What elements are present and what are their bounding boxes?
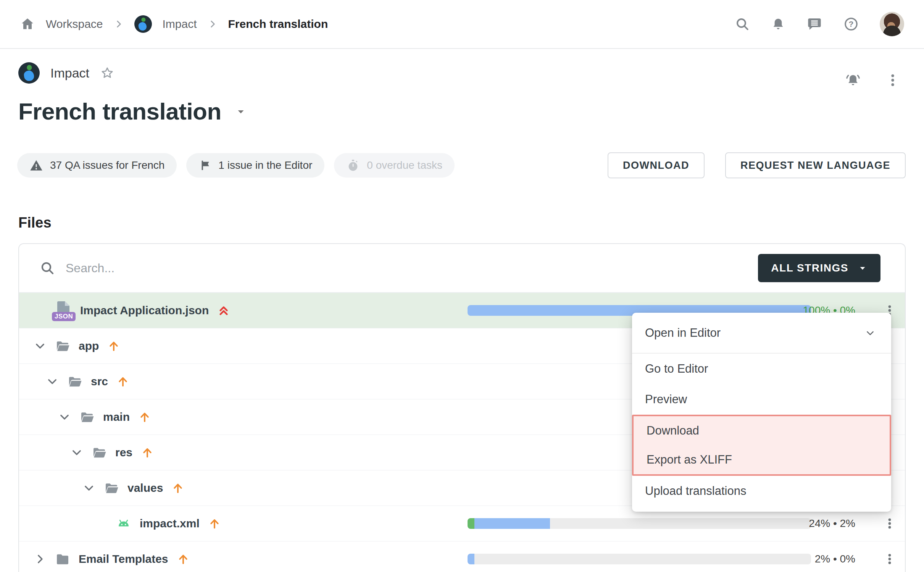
files-search-row: ALL STRINGS: [19, 244, 905, 293]
folder-name: main: [103, 410, 130, 423]
folder-open-icon: [79, 409, 95, 425]
files-heading: Files: [18, 215, 52, 231]
folder-open-icon: [104, 480, 119, 496]
changed-upload-arrow-icon: [171, 482, 184, 494]
chevron-down-icon[interactable]: [58, 410, 72, 423]
chevron-down-icon[interactable]: [34, 339, 47, 352]
changed-upload-arrow-icon: [138, 410, 151, 423]
folder-name: src: [91, 375, 108, 388]
svg-text:?: ?: [849, 19, 854, 28]
folder-closed-icon: [55, 551, 70, 567]
home-icon[interactable]: [20, 16, 35, 32]
menu-item-preview[interactable]: Preview: [632, 384, 891, 415]
file-name: Impact Application.json: [80, 304, 209, 317]
filter-label: ALL STRINGS: [771, 262, 848, 274]
page: { "topbar": { "breadcrumb": { "workspace…: [0, 0, 924, 572]
menu-item-download[interactable]: Download: [634, 416, 890, 445]
changed-upload-arrow-icon: [177, 553, 190, 566]
row-kebab-menu-icon[interactable]: [881, 512, 898, 535]
breadcrumb-project[interactable]: Impact: [163, 18, 197, 31]
impact-logo: [134, 15, 152, 33]
chevron-right-icon: [208, 19, 218, 29]
chevron-down-icon[interactable]: [82, 482, 96, 494]
messages-chat-icon[interactable]: [806, 16, 822, 32]
android-file-icon: [116, 516, 131, 531]
menu-item-open-in-editor[interactable]: Open in Editor: [632, 313, 891, 354]
progress-translated-segment: [474, 518, 550, 529]
menu-item-upload-translations[interactable]: Upload translations: [632, 476, 891, 506]
file-search-icon: [40, 260, 55, 276]
chevron-down-icon[interactable]: [46, 375, 60, 388]
changed-upload-arrow-icon: [141, 446, 154, 459]
chip-label: 1 issue in the Editor: [218, 159, 312, 171]
project-logo: [18, 62, 40, 84]
top-app-bar: Workspace Impact French translation ?: [0, 0, 924, 49]
json-badge: JSON: [52, 312, 76, 321]
notifications-bell-icon[interactable]: [771, 16, 786, 32]
project-name: Impact: [50, 66, 89, 81]
chip-label: 37 QA issues for French: [50, 159, 164, 171]
favorite-star-icon[interactable]: [100, 66, 114, 80]
user-avatar[interactable]: [880, 12, 904, 36]
folder-open-icon: [92, 445, 107, 460]
title-caret-down-icon[interactable]: [235, 106, 247, 117]
changed-upload-arrow-icon: [208, 517, 221, 530]
menu-item-export-as-xliff[interactable]: Export as XLIFF: [634, 445, 890, 474]
download-button[interactable]: DOWNLOAD: [608, 152, 705, 178]
changed-upload-arrow-icon: [116, 375, 129, 388]
chevron-right-icon[interactable]: [34, 553, 47, 566]
priority-high-icon: [217, 304, 230, 317]
chip-label: 0 overdue tasks: [367, 159, 442, 171]
all-strings-filter-button[interactable]: ALL STRINGS: [758, 254, 880, 282]
breadcrumb-current: French translation: [228, 18, 328, 31]
progress-translated-segment: [468, 554, 474, 564]
json-file-icon: JSON: [55, 301, 72, 320]
project-notifications-bell-icon[interactable]: [845, 72, 861, 89]
page-title: French translation: [18, 98, 221, 125]
progress-stats: 24% • 2%: [809, 517, 855, 530]
request-new-language-button[interactable]: REQUEST NEW LANGUAGE: [725, 152, 906, 178]
stopwatch-icon: [346, 158, 360, 172]
progress-stats: 2% • 0%: [815, 553, 855, 565]
folder-name: Email Templates: [79, 553, 168, 566]
changed-upload-arrow-icon: [107, 339, 120, 352]
project-kebab-menu-icon[interactable]: [885, 73, 900, 88]
qa-issues-chip[interactable]: 37 QA issues for French: [17, 153, 177, 178]
file-name: impact.xml: [140, 517, 200, 530]
help-icon[interactable]: ?: [843, 16, 859, 32]
progress-approved-segment: [468, 518, 474, 529]
folder-open-icon: [67, 374, 82, 389]
overdue-tasks-chip[interactable]: 0 overdue tasks: [334, 153, 455, 178]
progress-bar: [468, 518, 811, 529]
chevron-down-icon: [864, 327, 876, 339]
caret-down-icon: [858, 263, 868, 273]
folder-name: values: [127, 482, 163, 494]
folder-name: res: [115, 446, 132, 459]
flag-icon: [198, 159, 211, 172]
chevron-right-icon: [114, 19, 124, 29]
progress-bar: [468, 554, 811, 564]
folder-open-icon: [55, 338, 70, 354]
editor-issues-chip[interactable]: 1 issue in the Editor: [186, 153, 324, 178]
warning-icon: [29, 158, 43, 172]
breadcrumb-workspace[interactable]: Workspace: [46, 18, 103, 31]
menu-item-go-to-editor[interactable]: Go to Editor: [632, 354, 891, 384]
highlighted-menu-region: Download Export as XLIFF: [632, 415, 891, 476]
folder-row[interactable]: Email Templates 2% • 0%: [19, 541, 905, 572]
row-kebab-menu-icon[interactable]: [881, 548, 898, 570]
chevron-down-icon[interactable]: [70, 446, 84, 459]
breadcrumb: Workspace Impact French translation: [20, 15, 735, 33]
folder-name: app: [79, 339, 99, 352]
search-icon[interactable]: [735, 16, 750, 32]
files-search-input[interactable]: [66, 261, 758, 275]
context-menu: Open in Editor Go to Editor Preview Down…: [632, 313, 891, 512]
